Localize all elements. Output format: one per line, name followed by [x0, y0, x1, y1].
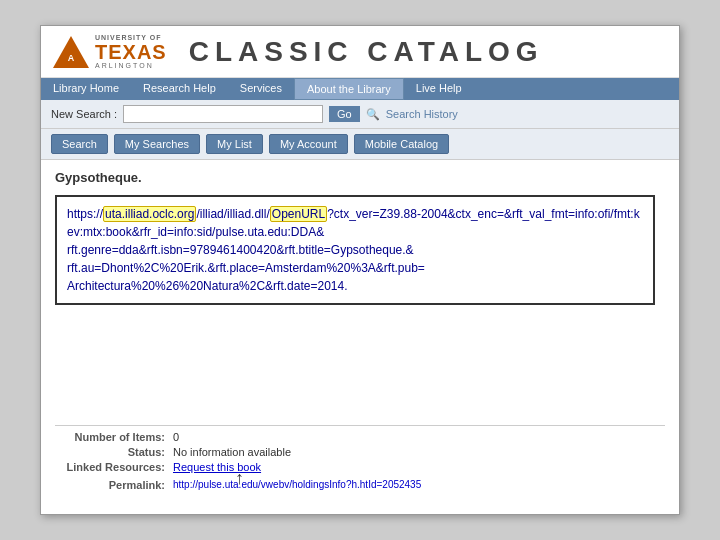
nav-library-home[interactable]: Library Home	[41, 78, 131, 100]
search-history-link[interactable]: Search History	[386, 108, 458, 120]
content-area: Gypsotheque. https://uta.illiad.oclc.org…	[41, 160, 679, 514]
search-button[interactable]: Search	[51, 134, 108, 154]
number-label: Number of Items:	[55, 431, 165, 443]
nav-research-help[interactable]: Research Help	[131, 78, 228, 100]
nav-services[interactable]: Services	[228, 78, 294, 100]
mobile-catalog-button[interactable]: Mobile Catalog	[354, 134, 449, 154]
search-label: New Search :	[51, 108, 117, 120]
go-button[interactable]: Go	[329, 106, 360, 122]
holdings-status-row: Status: No information available	[55, 446, 665, 458]
arlington-label: ARLINGTON	[95, 62, 167, 70]
url-highlight-domain: uta.illiad.oclc.org	[103, 206, 196, 222]
status-label: Status:	[55, 446, 165, 458]
url-highlight-openurl: OpenURL	[270, 206, 327, 222]
search-bar: New Search : Go 🔍 Search History	[41, 100, 679, 129]
status-value: No information available	[173, 446, 291, 458]
number-value: 0	[173, 431, 179, 443]
request-book-link[interactable]: Request this book	[173, 461, 261, 473]
search-history-icon: 🔍	[366, 108, 380, 121]
search-input[interactable]	[123, 105, 323, 123]
logo-text: UNIVERSITY OF TEXAS ARLINGTON	[95, 34, 167, 69]
my-list-button[interactable]: My List	[206, 134, 263, 154]
nav-bar: Library Home Research Help Services Abou…	[41, 78, 679, 100]
holdings-area: Number of Items: 0 Status: No informatio…	[55, 425, 665, 494]
catalog-title: CLASSIC CATALOG	[189, 36, 544, 68]
browser-window: A UNIVERSITY OF TEXAS ARLINGTON CLASSIC …	[40, 25, 680, 515]
texas-label: TEXAS	[95, 42, 167, 62]
url-part1: https://	[67, 207, 103, 221]
catalog-header: A UNIVERSITY OF TEXAS ARLINGTON CLASSIC …	[41, 26, 679, 78]
url-part6: Architectura%20%26%20Natura%2C&rft.date=…	[67, 279, 348, 293]
linked-label: Linked Resources:	[55, 461, 165, 473]
url-part4: rft.genre=dda&rft.isbn=9789461400420&rft…	[67, 243, 414, 257]
uta-logo-triangle	[53, 36, 89, 68]
holdings-number-row: Number of Items: 0	[55, 431, 665, 443]
url-popup: https://uta.illiad.oclc.org/illiad/illia…	[55, 195, 655, 305]
permalink-label: Permalink:	[55, 479, 165, 491]
my-account-button[interactable]: My Account	[269, 134, 348, 154]
holdings-permalink-row: Permalink: http://pulse.uta.edu/vwebv/ho…	[55, 479, 665, 491]
permalink-value[interactable]: http://pulse.uta.edu/vwebv/holdingsInfo?…	[173, 479, 421, 490]
cursor-pointer: ↑	[235, 468, 244, 489]
holdings-linked-row: Linked Resources: Request this book	[55, 461, 665, 473]
my-searches-button[interactable]: My Searches	[114, 134, 200, 154]
book-title: Gypsotheque.	[55, 170, 665, 185]
nav-about-library[interactable]: About the Library	[294, 78, 404, 100]
url-part2: /illiad/illiad.dll/	[196, 207, 269, 221]
logo-a-letter: A	[68, 53, 75, 63]
nav-live-help[interactable]: Live Help	[404, 78, 474, 100]
url-part5: rft.au=Dhont%2C%20Erik.&rft.place=Amster…	[67, 261, 425, 275]
action-bar: Search My Searches My List My Account Mo…	[41, 129, 679, 160]
